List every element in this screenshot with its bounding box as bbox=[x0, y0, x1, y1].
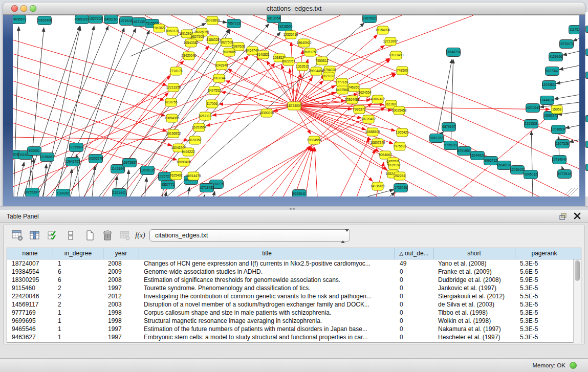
citation-edge-red[interactable] bbox=[13, 81, 167, 132]
graph-node[interactable]: 6772614 bbox=[558, 170, 572, 179]
graph-node[interactable]: 1615192 bbox=[387, 161, 401, 169]
graph-node[interactable]: 117006 bbox=[206, 100, 217, 108]
graph-node[interactable]: 18300295 bbox=[259, 109, 274, 117]
graph-node[interactable]: 2803144 bbox=[212, 74, 226, 82]
graph-node[interactable]: 1107538 bbox=[556, 140, 570, 148]
table-row[interactable]: 977716911998Corpus callosum shape and si… bbox=[7, 309, 573, 317]
graph-node[interactable]: 7857223 bbox=[227, 19, 241, 28]
citation-edge-black[interactable] bbox=[554, 95, 579, 99]
graph-node[interactable]: 12325419 bbox=[284, 31, 298, 39]
graph-node[interactable]: 8427552 bbox=[208, 86, 221, 95]
graph-node[interactable]: 20364486 bbox=[345, 96, 360, 104]
graph-node[interactable]: 10653287 bbox=[75, 15, 90, 24]
graph-node[interactable]: 6497568 bbox=[336, 86, 349, 94]
resize-grip-icon[interactable] bbox=[571, 188, 578, 195]
citation-edge-black[interactable] bbox=[28, 28, 44, 196]
show-columns-icon[interactable] bbox=[28, 229, 41, 242]
citation-edge-black[interactable] bbox=[145, 178, 147, 196]
citation-edge-black[interactable] bbox=[559, 65, 579, 70]
row-height-icon[interactable] bbox=[64, 229, 77, 242]
citation-edge-red[interactable] bbox=[13, 15, 473, 187]
citation-edge-red[interactable] bbox=[206, 106, 294, 126]
column-header-short[interactable]: short bbox=[433, 248, 515, 259]
resize-grip-icon[interactable] bbox=[564, 188, 572, 195]
citation-edge-red[interactable] bbox=[13, 54, 164, 100]
citation-edge-red[interactable] bbox=[271, 146, 310, 196]
graph-node[interactable]: 6795019 bbox=[444, 141, 458, 150]
citation-edge-red[interactable] bbox=[217, 108, 385, 196]
citation-edge-black[interactable] bbox=[556, 79, 579, 83]
graph-node[interactable]: 1527602 bbox=[89, 15, 103, 24]
graph-node[interactable]: 17016534 bbox=[551, 125, 566, 134]
hub-node[interactable]: 18724007 bbox=[287, 102, 302, 110]
table-select-combobox[interactable]: citations_edges.txt bbox=[149, 229, 350, 242]
delete-table-icon[interactable] bbox=[118, 229, 132, 242]
graph-node[interactable]: 12093832 bbox=[542, 81, 557, 90]
graph-node[interactable]: 17359924 bbox=[69, 143, 84, 152]
graph-node[interactable]: 7975692 bbox=[393, 142, 406, 150]
graph-node[interactable]: 12213359 bbox=[166, 83, 181, 92]
graph-node[interactable]: 10807487 bbox=[371, 95, 385, 103]
graph-node[interactable]: 12444184 bbox=[540, 96, 555, 105]
memory-status-indicator[interactable] bbox=[570, 362, 577, 369]
citation-edge-black[interactable] bbox=[188, 187, 189, 196]
graph-node[interactable]: 9227342 bbox=[546, 67, 559, 76]
graph-node[interactable]: 16033809 bbox=[205, 16, 220, 25]
graph-node[interactable]: 12213967 bbox=[383, 37, 398, 46]
graph-node[interactable]: 10025458 bbox=[392, 106, 407, 115]
citation-edge-black[interactable] bbox=[213, 191, 215, 196]
graph-node[interactable]: 3624554 bbox=[358, 89, 372, 97]
column-header-name[interactable]: name bbox=[7, 248, 53, 259]
graph-node[interactable]: 18640910 bbox=[297, 39, 312, 47]
graph-node[interactable]: 2887682 bbox=[363, 15, 377, 23]
table-row[interactable]: 1938455462009Genome-wide association stu… bbox=[7, 268, 573, 276]
graph-node[interactable]: 16210643 bbox=[526, 104, 540, 113]
citation-edge-black[interactable] bbox=[165, 192, 166, 196]
graph-node[interactable]: 1965421 bbox=[396, 128, 409, 137]
delete-icon[interactable] bbox=[101, 229, 114, 242]
graph-node[interactable]: 9146821 bbox=[256, 51, 270, 59]
graph-node[interactable]: 8992712 bbox=[484, 157, 498, 165]
citation-edge-black[interactable] bbox=[204, 194, 205, 196]
table-body[interactable]: 1872400712008Changes of HCN gene express… bbox=[7, 259, 573, 343]
citation-edge-black[interactable] bbox=[56, 26, 94, 196]
column-header-out-degree[interactable]: △out_de... bbox=[395, 248, 433, 259]
citation-edge-black[interactable] bbox=[23, 26, 80, 196]
citation-edge-black[interactable] bbox=[451, 59, 453, 145]
graph-node[interactable]: 11156863 bbox=[40, 153, 54, 162]
citation-edge-red[interactable] bbox=[13, 67, 165, 116]
graph-node[interactable]: 13505135 bbox=[140, 166, 155, 175]
graph-node[interactable]: 2718176 bbox=[169, 67, 183, 75]
graph-node[interactable]: 1362615 bbox=[296, 62, 309, 71]
graph-node[interactable]: 19384554 bbox=[307, 136, 322, 144]
graph-node[interactable]: 1521442 bbox=[113, 189, 126, 197]
graph-node[interactable]: 16154808 bbox=[376, 26, 390, 34]
graph-node[interactable]: 20691406 bbox=[37, 16, 52, 25]
graph-node[interactable]: 16914479 bbox=[186, 172, 201, 180]
scrollbar-thumb[interactable] bbox=[575, 260, 580, 281]
graph-node[interactable]: 19654985 bbox=[165, 114, 180, 122]
column-header-in-degree[interactable]: in_degree bbox=[53, 248, 103, 259]
table-row[interactable]: 946362711997Embryonic stem cells: a mode… bbox=[7, 333, 573, 341]
table-row[interactable]: 911546021997Tourette syndrome. Phenomeno… bbox=[7, 284, 573, 292]
graph-node[interactable]: 14671358 bbox=[132, 18, 147, 27]
graph-node[interactable]: 16353554 bbox=[192, 123, 207, 132]
graph-node[interactable]: 748500 bbox=[397, 67, 408, 75]
graph-node[interactable]: 746266 bbox=[348, 83, 359, 92]
graph-node[interactable]: 8813054 bbox=[267, 15, 281, 23]
graph-node[interactable]: 16648794 bbox=[446, 48, 461, 57]
graph-node[interactable]: 18720407 bbox=[361, 115, 376, 123]
graph-node[interactable]: 9245012 bbox=[524, 170, 538, 179]
graph-node[interactable]: 7625402 bbox=[169, 171, 183, 180]
graph-node[interactable]: 9857771 bbox=[161, 181, 175, 189]
table-row[interactable]: 1872400712008Changes of HCN gene express… bbox=[7, 259, 573, 268]
graph-node[interactable]: 7986372 bbox=[353, 105, 366, 114]
graph-node[interactable]: 12450432 bbox=[510, 166, 525, 174]
graph-node[interactable]: 9155300 bbox=[26, 188, 39, 197]
table-row[interactable]: 946554611997Estimation of the future num… bbox=[7, 325, 573, 333]
graph-node[interactable]: 23420046 bbox=[182, 52, 197, 60]
table-row[interactable]: 2242004622012Investigating the contribut… bbox=[7, 292, 573, 300]
citation-edge-red[interactable] bbox=[238, 103, 372, 196]
select-rows-icon[interactable] bbox=[46, 229, 59, 242]
graph-node[interactable]: 9245042 bbox=[293, 190, 307, 197]
